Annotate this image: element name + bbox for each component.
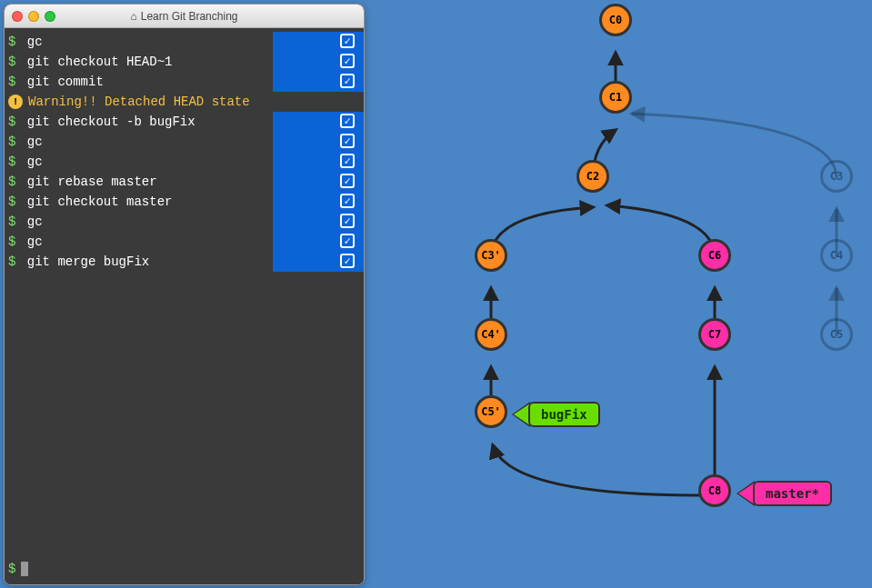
branch-name: master* [753,481,832,506]
prompt-symbol: $ [8,254,15,269]
terminal-line: $ gc✓ [5,232,364,252]
command-text: gc [19,234,42,249]
branch-tag[interactable]: master* [738,481,832,506]
command-text: git merge bugFix [19,254,149,269]
terminal-input-line[interactable]: $ [5,559,364,579]
check-icon: ✓ [340,114,355,128]
check-icon: ✓ [340,154,355,168]
commit-id: C3 [830,170,843,183]
check-icon: ✓ [340,134,355,148]
terminal-line: $ git commit✓ [5,72,364,92]
command-text: git checkout -b bugFix [19,115,195,129]
branch-name: bugFix [528,402,600,427]
minimize-icon[interactable] [28,11,39,22]
commit-node[interactable]: C7 [698,318,731,351]
terminal-line: $ git rebase master✓ [5,172,364,192]
branch-tag[interactable]: bugFix [514,402,600,427]
check-icon: ✓ [340,234,355,248]
commit-id: C4 [830,249,843,262]
terminal-warning: !Warning!! Detached HEAD state [5,92,364,112]
check-icon: ✓ [340,214,355,228]
prompt-symbol: $ [8,214,15,229]
check-icon: ✓ [340,74,355,88]
command-text: gc [19,135,42,149]
warning-icon: ! [8,95,23,109]
commit-node[interactable]: C8 [698,474,731,507]
command-text: git checkout HEAD~1 [19,55,172,69]
window-titlebar[interactable]: ⌂ Learn Git Branching [5,5,364,28]
check-icon: ✓ [340,194,355,208]
check-icon: ✓ [340,34,355,48]
commit-id: C8 [708,484,721,497]
terminal-line: $ gc✓ [5,132,364,152]
git-graph[interactable]: C0C1C2C3'C4'C5'C6C7C8C3C4C5 bugFixmaster… [365,0,872,588]
command-text: gc [19,35,42,49]
home-icon: ⌂ [131,10,137,23]
commit-id: C3' [481,249,501,262]
check-icon: ✓ [340,54,355,68]
commit-id: C1 [609,91,622,104]
check-icon: ✓ [340,254,355,268]
terminal-line: $ gc✓ [5,152,364,172]
prompt-symbol: $ [8,154,15,169]
commit-node[interactable]: C6 [698,239,731,272]
commit-id: C2 [586,170,599,183]
prompt-symbol: $ [8,75,15,89]
terminal-line: $ gc✓ [5,212,364,232]
terminal-line: $ git checkout HEAD~1✓ [5,52,364,72]
prompt-symbol: $ [8,55,15,69]
commit-node[interactable]: C0 [599,4,632,36]
commit-id: C0 [609,14,622,26]
commit-node[interactable]: C4 [820,239,853,272]
command-text: git checkout master [19,194,172,209]
prompt-symbol: $ [8,35,15,49]
prompt-symbol: $ [8,115,15,129]
command-text: gc [19,214,42,229]
commit-node[interactable]: C5' [475,395,507,428]
commit-id: C5' [481,405,501,418]
commit-node[interactable]: C3' [475,239,507,272]
prompt-symbol: $ [8,174,15,189]
graph-edge [632,114,837,178]
prompt-symbol: $ [8,194,15,209]
commit-node[interactable]: C1 [599,81,632,114]
terminal-line: $ git merge bugFix✓ [5,252,364,272]
prompt-symbol: $ [8,234,15,249]
terminal-line: $ git checkout -b bugFix✓ [5,112,364,132]
window-traffic-lights [12,11,55,22]
prompt-symbol: $ [8,562,15,576]
zoom-icon[interactable] [45,11,55,22]
text-cursor [21,562,28,576]
check-icon: ✓ [340,174,355,188]
commit-id: C4' [481,328,501,341]
prompt-symbol: $ [8,135,15,149]
command-text: git commit [19,75,103,89]
commit-node[interactable]: C4' [475,318,507,351]
terminal-window: ⌂ Learn Git Branching $ gc✓$ git checkou… [4,4,365,585]
window-title-text: Learn Git Branching [141,10,238,23]
window-title: ⌂ Learn Git Branching [5,10,364,23]
close-icon[interactable] [12,11,23,22]
command-text: gc [19,154,42,169]
terminal-line: $ git checkout master✓ [5,192,364,212]
commit-node[interactable]: C2 [576,160,609,193]
commit-id: C6 [708,249,721,262]
commit-id: C7 [708,328,721,341]
commit-node[interactable]: C3 [820,160,853,193]
command-text: git rebase master [19,174,156,189]
warning-text: Warning!! Detached HEAD state [28,95,250,109]
graph-edge [493,445,700,495]
terminal-body[interactable]: $ gc✓$ git checkout HEAD~1✓$ git commit✓… [5,28,364,584]
commit-id: C5 [830,328,843,341]
terminal-line: $ gc✓ [5,32,364,52]
commit-node[interactable]: C5 [820,318,853,351]
